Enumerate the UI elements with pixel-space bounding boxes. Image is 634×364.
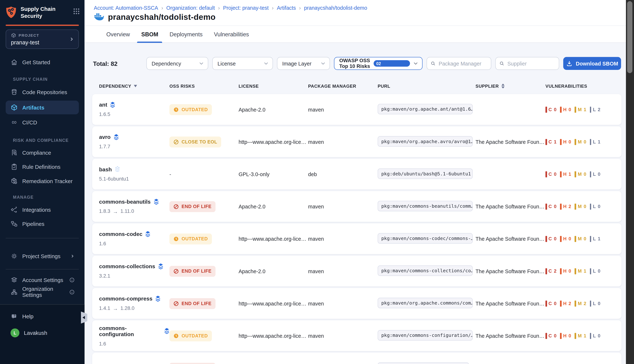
sidebar-item-remediation-tracker[interactable]: Remediation Tracker	[6, 174, 79, 188]
user-name: Lavakush	[24, 330, 47, 336]
package-manager-search	[427, 57, 491, 70]
title-row: pranaycshah/todolist-demo	[94, 12, 216, 22]
forbidden-icon	[174, 268, 179, 274]
dependency-version: 1.7.7	[99, 144, 169, 150]
help-button[interactable]: ? Help	[6, 310, 79, 322]
purl-value[interactable]: pkg:maven/commons-collections/co…	[378, 265, 473, 276]
table-row[interactable]: commons-codec 1.6 OUTDATED http---www.ap…	[92, 224, 621, 254]
table-row[interactable]: commons-fileupload END OF LIFE Apache-2.…	[92, 352, 621, 364]
table-row[interactable]: commons-compress 1.4.1→1.28.0 END OF LIF…	[92, 288, 621, 319]
purl-value[interactable]: pkg:maven/org.apache.ant/ant@1.6…	[378, 104, 473, 114]
purl-value[interactable]: pkg:maven/commons-configuration/…	[378, 330, 473, 340]
project-selector[interactable]: PROJECT pranay-test	[6, 30, 79, 49]
license-cell: http---www.apache.org-lice…	[239, 300, 308, 306]
sidebar-item-label: Compliance	[22, 150, 51, 156]
table-row[interactable]: avro 1.7.7 CLOSE TO EOL http---www.apach…	[92, 126, 621, 157]
forbidden-icon	[174, 204, 179, 209]
table-row[interactable]: ant 1.6.5 OUTDATED Apache-2.0 maven pkg:…	[92, 94, 621, 125]
sidebar-item-compliance[interactable]: Compliance	[6, 146, 79, 160]
app-title: Supply Chain Security	[21, 6, 60, 20]
sidebar-divider	[6, 238, 79, 238]
license-cell: GPL-3.0-only	[239, 171, 308, 177]
forbidden-icon	[174, 301, 179, 306]
tab-deployments[interactable]: Deployments	[164, 26, 208, 43]
clock-icon	[174, 107, 179, 112]
license-cell: Apache-2.0	[239, 204, 308, 210]
sidebar-item-account-settings[interactable]: Account Settings	[6, 273, 79, 287]
sidebar-item-get-started[interactable]: Get Started	[6, 56, 79, 69]
dependency-table: ant 1.6.5 OUTDATED Apache-2.0 maven pkg:…	[92, 94, 626, 364]
filter-toolbar: Total: 82 Dependency License Image Layer…	[85, 43, 634, 70]
breadcrumb-organization[interactable]: Organization: default	[166, 5, 215, 11]
breadcrumb-project[interactable]: Project: pranay-test	[223, 5, 269, 11]
sidebar-footer: ? Help L Lavakush	[0, 304, 85, 364]
user-menu[interactable]: L Lavakush	[6, 327, 79, 339]
tab-bar: Overview SBOM Deployments Vulnerabilitie…	[85, 26, 634, 43]
supplier-search-input[interactable]	[507, 60, 555, 66]
upgrade-arrow-icon: →	[113, 305, 118, 311]
download-sbom-button[interactable]: Download SBOM	[563, 57, 621, 70]
package-manager-search-input[interactable]	[439, 60, 488, 66]
dependency-name: ant	[99, 102, 107, 108]
owasp-risks-filter-dropdown[interactable]: OWASP OSS Top 10 Risks 02	[334, 57, 423, 70]
tab-sbom[interactable]: SBOM	[136, 26, 164, 43]
sidebar-item-organization-settings[interactable]: Organization Settings	[6, 285, 79, 299]
tab-overview[interactable]: Overview	[101, 26, 136, 43]
breadcrumb-artifacts[interactable]: Artifacts	[277, 5, 296, 11]
column-header-dependency[interactable]: DEPENDENCY	[99, 84, 169, 88]
purl-value[interactable]: pkg:maven/commons-beanutils/comm…	[378, 200, 473, 211]
sidebar-item-code-repositories[interactable]: Code Repositories	[6, 85, 79, 99]
repository-icon	[11, 88, 18, 96]
table-row[interactable]: commons-configuration 1.6 OUTDATED http-…	[92, 320, 621, 351]
dependency-version: 5.1-6ubuntu1	[99, 176, 169, 182]
purl-value[interactable]: pkg:maven/org.apache.avro/avro@1…	[378, 136, 473, 146]
purl-value[interactable]: pkg:maven/commons-codec/commons-…	[378, 233, 473, 243]
purl-value[interactable]: pkg:maven/org.apache.commons/com…	[378, 298, 473, 308]
section-label-manage: MANAGE	[13, 195, 34, 200]
sidebar-item-rule-definitions[interactable]: Rule Definitions	[6, 160, 79, 174]
project-label: PROJECT	[19, 33, 39, 38]
sidebar-item-label: Get Started	[22, 59, 50, 65]
search-icon	[499, 60, 504, 66]
chevron-right-icon	[69, 36, 74, 42]
table-row[interactable]: bash 5.1-6ubuntu1 - GPL-3.0-only deb pkg…	[92, 159, 621, 189]
layers-icon	[114, 134, 119, 140]
image-layer-filter-dropdown[interactable]: Image Layer	[277, 57, 330, 70]
owasp-count-badge: 02	[373, 60, 410, 66]
dependency-name: commons-collections	[99, 264, 155, 270]
vertical-scrollbar[interactable]	[626, 0, 634, 364]
dependency-version: 1.6	[99, 241, 169, 246]
breadcrumb-account[interactable]: Account: Automation-SSCA	[94, 5, 158, 11]
sidebar-item-cicd[interactable]: ∞ CI/CD	[6, 116, 79, 129]
sidebar-item-pipelines[interactable]: Pipelines	[6, 217, 79, 230]
help-label: Help	[22, 313, 34, 320]
app-switcher-icon[interactable]	[73, 8, 80, 14]
total-count: Total: 82	[93, 60, 143, 67]
vulnerability-counts: C0 H2 M2 L0	[545, 300, 621, 306]
license-filter-dropdown[interactable]: License	[212, 57, 273, 70]
scrollbar-thumb[interactable]	[627, 1, 632, 73]
sidebar-item-integrations[interactable]: Integrations	[6, 203, 79, 216]
document-search-icon	[11, 149, 18, 156]
sidebar-item-artifacts[interactable]: Artifacts	[6, 100, 79, 114]
sbom-content: Total: 82 Dependency License Image Layer…	[85, 43, 634, 364]
integrations-icon	[11, 206, 18, 213]
purl-value[interactable]: pkg:deb/ubuntu/bash@5.1-6ubuntu1	[378, 168, 473, 179]
column-header-supplier[interactable]: SUPPLIER	[475, 84, 545, 88]
tab-vulnerabilities[interactable]: Vulnerabilities	[208, 26, 255, 43]
dependency-name: avro	[99, 134, 111, 140]
collapse-arrow-icon	[82, 316, 85, 319]
table-row[interactable]: commons-collections 3.2.1 END OF LIFE Ap…	[92, 256, 621, 286]
package-manager-cell: maven	[308, 139, 378, 145]
infinity-icon: ∞	[11, 119, 18, 126]
breadcrumb-current[interactable]: pranaycshah/todolist-demo	[304, 5, 367, 11]
sidebar-item-project-settings[interactable]: Project Settings	[6, 249, 79, 263]
vulnerability-counts: C0 H2 M0 L0	[545, 204, 621, 210]
dependency-filter-dropdown[interactable]: Dependency	[146, 57, 208, 70]
oss-risk-cell: END OF LIFE	[169, 201, 239, 212]
dependency-version: 1.6	[99, 341, 169, 346]
purl-value[interactable]: pkg:maven/commons-fileupload/…	[378, 362, 469, 364]
supplier-cell: The Apache Software Foun…	[475, 300, 545, 306]
table-row[interactable]: commons-beanutils 1.8.3→1.11.0 END OF LI…	[92, 191, 621, 222]
package-manager-cell: maven	[308, 268, 378, 274]
